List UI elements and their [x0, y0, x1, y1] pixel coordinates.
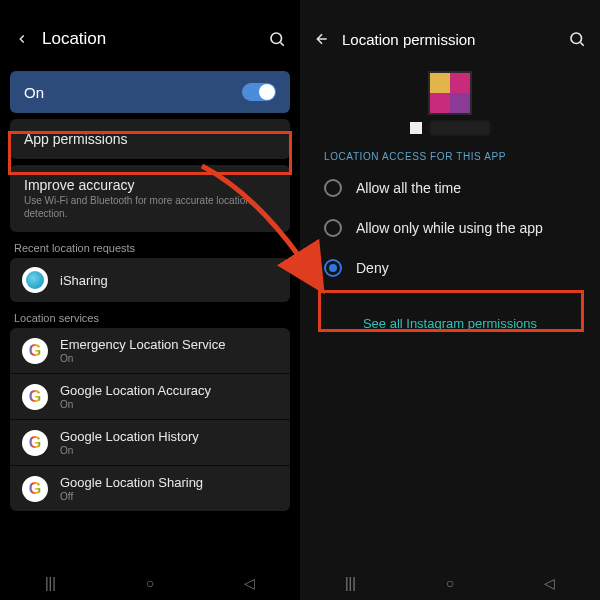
back-icon[interactable] — [312, 31, 332, 47]
location-master-toggle[interactable]: On — [10, 71, 290, 113]
android-navbar: ||| ○ ◁ — [0, 566, 300, 600]
section-services: Location services — [14, 312, 286, 324]
google-icon: G — [22, 384, 48, 410]
improve-sub: Use Wi-Fi and Bluetooth for more accurat… — [24, 195, 276, 220]
recent-list: iSharing — [10, 258, 290, 302]
instagram-app-icon — [430, 73, 470, 113]
toggle-label: On — [24, 84, 44, 101]
improve-title: Improve accuracy — [24, 177, 276, 193]
radio-label: Allow only while using the app — [356, 220, 543, 236]
radio-label: Deny — [356, 260, 389, 276]
recents-icon[interactable]: ||| — [45, 575, 56, 591]
google-icon: G — [22, 338, 48, 364]
section-label: LOCATION ACCESS FOR THIS APP — [324, 151, 576, 162]
radio-icon — [324, 179, 342, 197]
toggle-switch-icon[interactable] — [242, 83, 276, 101]
google-icon: G — [22, 430, 48, 456]
radio-icon — [324, 259, 342, 277]
location-settings-pane: Location On App permissions Improve accu… — [0, 0, 300, 600]
list-item-sub: Off — [60, 491, 203, 502]
services-list: G Emergency Location Service On G Google… — [10, 328, 290, 511]
home-icon[interactable]: ○ — [446, 575, 454, 591]
see-all-permissions-link[interactable]: See all Instagram permissions — [306, 316, 594, 331]
radio-label: Allow all the time — [356, 180, 461, 196]
radio-option-deny[interactable]: Deny — [316, 248, 584, 288]
page-title: Location — [42, 29, 266, 49]
radio-option-allow-all[interactable]: Allow all the time — [316, 168, 584, 208]
list-item-title: Google Location History — [60, 429, 199, 444]
list-item[interactable]: iSharing — [10, 258, 290, 302]
app-name-obscured — [430, 121, 490, 135]
app-hero — [306, 73, 594, 135]
google-icon: G — [22, 476, 48, 502]
radio-option-allow-while-using[interactable]: Allow only while using the app — [316, 208, 584, 248]
improve-accuracy-row[interactable]: Improve accuracy Use Wi-Fi and Bluetooth… — [10, 165, 290, 232]
home-icon[interactable]: ○ — [146, 575, 154, 591]
list-item[interactable]: G Google Location Sharing Off — [10, 465, 290, 511]
svg-point-0 — [271, 33, 282, 44]
permission-radio-group: Allow all the time Allow only while usin… — [306, 168, 594, 288]
list-item-sub: On — [60, 399, 211, 410]
list-item-title: Google Location Sharing — [60, 475, 203, 490]
back-icon[interactable] — [12, 32, 32, 46]
android-navbar: ||| ○ ◁ — [300, 566, 600, 600]
list-item-sub: On — [60, 445, 199, 456]
list-item-title: Emergency Location Service — [60, 337, 225, 352]
list-item[interactable]: G Google Location History On — [10, 419, 290, 465]
location-permission-pane: Location permission LOCATION ACCESS FOR … — [300, 0, 600, 600]
radio-icon — [324, 219, 342, 237]
header-left: Location — [0, 15, 300, 63]
list-item-title: Google Location Accuracy — [60, 383, 211, 398]
list-item[interactable]: G Emergency Location Service On — [10, 328, 290, 373]
back-nav-icon[interactable]: ◁ — [544, 575, 555, 591]
svg-line-4 — [580, 42, 583, 45]
isharing-app-icon — [22, 267, 48, 293]
app-name-obscured — [410, 122, 422, 134]
list-item-sub: On — [60, 353, 225, 364]
back-nav-icon[interactable]: ◁ — [244, 575, 255, 591]
search-icon[interactable] — [266, 30, 288, 48]
list-item-title: iSharing — [60, 273, 108, 288]
recents-icon[interactable]: ||| — [345, 575, 356, 591]
svg-line-1 — [280, 42, 283, 45]
list-item[interactable]: G Google Location Accuracy On — [10, 373, 290, 419]
svg-point-3 — [571, 33, 582, 44]
app-permissions-row[interactable]: App permissions — [10, 119, 290, 159]
section-recent: Recent location requests — [14, 242, 286, 254]
header-right: Location permission — [300, 15, 600, 63]
page-title: Location permission — [342, 31, 566, 48]
search-icon[interactable] — [566, 30, 588, 48]
app-permissions-label: App permissions — [24, 131, 128, 147]
